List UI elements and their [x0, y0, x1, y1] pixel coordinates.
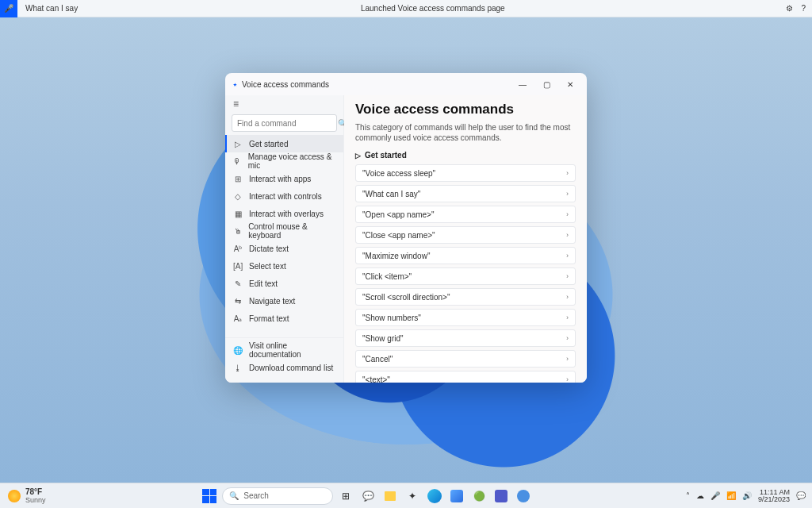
controls-icon: ◇ [233, 192, 243, 201]
download-icon: ⭳ [233, 364, 243, 372]
explorer-button[interactable] [381, 487, 400, 506]
window-titlebar[interactable]: ⭑ Voice access commands — ▢ ✕ [225, 73, 587, 95]
sidebar-item-format-text[interactable]: Aₐ Format text [225, 310, 343, 327]
sidebar-item-label: Control mouse & keyboard [248, 222, 335, 240]
chevron-right-icon: › [566, 231, 569, 239]
what-can-i-say-link[interactable]: What can I say [17, 4, 86, 13]
sidebar-item-dictate-text[interactable]: Aᵇ Dictate text [225, 240, 343, 257]
command-row[interactable]: "Maximize window"› [355, 247, 576, 264]
tray-volume-icon[interactable]: 🔊 [742, 491, 752, 500]
app-icon: ⭑ [233, 79, 237, 90]
command-row[interactable]: "Show numbers"› [355, 309, 576, 326]
globe-icon: 🌐 [233, 346, 243, 355]
weather-sun-icon [8, 490, 21, 502]
command-text: "Show numbers" [362, 314, 421, 322]
page-title: Voice access commands [355, 102, 576, 117]
command-row[interactable]: "Voice access sleep"› [355, 164, 576, 182]
clock-date: 9/21/2023 [758, 496, 790, 503]
window-title: Voice access commands [242, 80, 329, 89]
command-row[interactable]: "Cancel"› [355, 350, 576, 368]
sidebar-item-label: Interact with overlays [249, 210, 324, 218]
command-text: "What can I say" [362, 190, 420, 198]
edge-button[interactable] [425, 487, 444, 506]
mouse-icon: 🖱 [233, 227, 242, 236]
sidebar-item-mouse-keyboard[interactable]: 🖱 Control mouse & keyboard [225, 222, 343, 240]
sidebar-footer-docs[interactable]: 🌐 Visit online documentation [225, 341, 343, 359]
tray-chevron[interactable]: ˄ [686, 491, 690, 500]
command-row[interactable]: "Click <item>"› [355, 267, 576, 285]
sidebar-item-interact-overlays[interactable]: ▦ Interact with overlays [225, 205, 343, 222]
navigate-icon: ⇆ [233, 297, 243, 306]
settings-icon[interactable]: ⚙ [786, 4, 793, 13]
task-view-button[interactable]: ⊞ [336, 487, 355, 506]
search-placeholder: Search [243, 491, 269, 500]
sidebar-item-label: Interact with controls [249, 192, 322, 201]
voice-commands-window: ⭑ Voice access commands — ▢ ✕ ≡ 🔍 ▷ Get … [225, 73, 587, 383]
chevron-right-icon: › [566, 190, 569, 198]
play-icon: ▷ [233, 140, 243, 148]
chevron-right-icon: › [566, 272, 569, 280]
taskbar-search[interactable]: 🔍 Search [222, 487, 333, 505]
section-header[interactable]: ▷ Get started [355, 151, 576, 160]
pinned-app-1[interactable]: ✦ [403, 487, 422, 506]
close-button[interactable]: ✕ [558, 73, 582, 95]
sidebar-item-interact-apps[interactable]: ⊞ Interact with apps [225, 170, 343, 187]
sidebar-item-label: Visit online documentation [249, 341, 335, 359]
chat-button[interactable]: 💬 [358, 487, 377, 506]
voice-access-button[interactable] [514, 487, 533, 506]
mic-icon: 🎤 [4, 4, 13, 13]
command-row[interactable]: "Close <app name>"› [355, 226, 576, 244]
command-row[interactable]: "What can I say"› [355, 185, 576, 202]
tray-onedrive-icon[interactable]: ☁ [696, 491, 704, 500]
command-row[interactable]: "Open <app name>"› [355, 206, 576, 223]
chevron-right-icon: › [566, 355, 569, 363]
sidebar-item-navigate-text[interactable]: ⇆ Navigate text [225, 292, 343, 310]
sidebar-item-label: Download command list [249, 364, 333, 372]
format-icon: Aₐ [233, 314, 243, 323]
help-icon[interactable]: ? [801, 4, 806, 13]
sidebar-item-label: Interact with apps [249, 175, 311, 183]
command-list: "Voice access sleep"› "What can I say"› … [355, 164, 576, 383]
pinned-app-2[interactable]: 🟢 [469, 487, 488, 506]
weather-widget[interactable]: 78°F Sunny [0, 487, 54, 504]
command-text: "Open <app name>" [362, 210, 435, 219]
teams-button[interactable] [492, 487, 511, 506]
start-button[interactable] [200, 487, 219, 506]
search-input-wrapper[interactable]: 🔍 [232, 114, 337, 132]
search-input[interactable] [237, 119, 338, 128]
hamburger-menu[interactable]: ≡ [225, 95, 343, 113]
chevron-right-icon: › [566, 210, 569, 218]
page-description: This category of commands will help the … [355, 122, 576, 143]
sidebar-item-edit-text[interactable]: ✎ Edit text [225, 275, 343, 292]
dictate-icon: Aᵇ [233, 244, 243, 253]
minimize-button[interactable]: — [511, 73, 534, 95]
search-icon: 🔍 [229, 491, 239, 500]
command-text: "Close <app name>" [362, 231, 435, 240]
section-title: Get started [365, 151, 407, 160]
sidebar-item-manage-voice[interactable]: 🎙 Manage voice access & mic [225, 152, 343, 170]
tray-mic-icon[interactable]: 🎤 [710, 491, 720, 500]
content-pane: Voice access commands This category of c… [344, 95, 587, 383]
sidebar-footer-download[interactable]: ⭳ Download command list [225, 359, 343, 376]
sidebar-item-interact-controls[interactable]: ◇ Interact with controls [225, 187, 343, 205]
sidebar-item-get-started[interactable]: ▷ Get started [225, 135, 343, 152]
mic-icon: 🎙 [233, 157, 242, 166]
weather-temp: 78°F [25, 487, 46, 496]
command-row[interactable]: "Scroll <scroll direction>"› [355, 288, 576, 306]
command-row[interactable]: "Show grid"› [355, 329, 576, 347]
chevron-right-icon: › [566, 375, 569, 383]
command-text: "Voice access sleep" [362, 169, 435, 178]
notifications-button[interactable]: 💬 [796, 491, 806, 500]
mic-toggle-button[interactable]: 🎤 [0, 0, 17, 17]
store-button[interactable] [447, 487, 466, 506]
sidebar-item-label: Manage voice access & mic [248, 152, 335, 170]
command-row[interactable]: "<text>"› [355, 371, 576, 383]
chevron-right-icon: › [566, 293, 569, 301]
weather-cond: Sunny [25, 496, 46, 504]
voice-status-text: Launched Voice access commands page [86, 4, 779, 13]
tray-network-icon[interactable]: 📶 [726, 491, 736, 500]
taskbar-clock[interactable]: 11:11 AM 9/21/2023 [758, 489, 790, 503]
sidebar-item-select-text[interactable]: [A] Select text [225, 257, 343, 275]
maximize-button[interactable]: ▢ [534, 73, 558, 95]
chevron-right-icon: › [566, 314, 569, 321]
